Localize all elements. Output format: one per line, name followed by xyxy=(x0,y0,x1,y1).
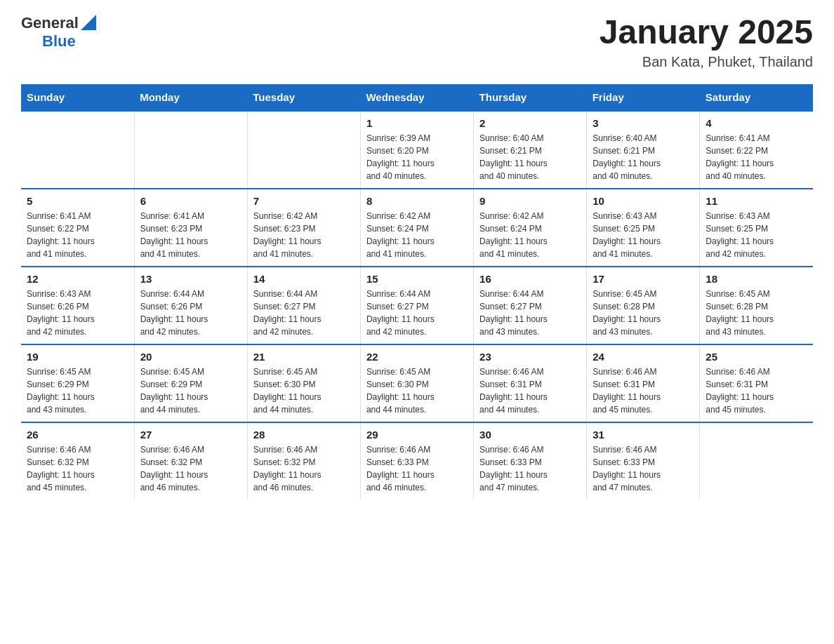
day-info: Sunrise: 6:45 AMSunset: 6:28 PMDaylight:… xyxy=(706,288,807,338)
day-number: 12 xyxy=(27,273,128,285)
day-number: 30 xyxy=(479,429,581,441)
col-header-saturday: Saturday xyxy=(700,84,813,111)
day-number: 22 xyxy=(366,351,468,363)
day-info: Sunrise: 6:46 AMSunset: 6:32 PMDaylight:… xyxy=(140,443,241,494)
calendar-cell: 8Sunrise: 6:42 AMSunset: 6:24 PMDaylight… xyxy=(360,189,473,267)
day-number: 1 xyxy=(366,117,468,129)
day-number: 19 xyxy=(27,351,128,363)
day-info: Sunrise: 6:45 AMSunset: 6:28 PMDaylight:… xyxy=(593,288,694,338)
calendar-cell: 9Sunrise: 6:42 AMSunset: 6:24 PMDaylight… xyxy=(474,189,587,267)
calendar-table: SundayMondayTuesdayWednesdayThursdayFrid… xyxy=(21,84,813,499)
day-info: Sunrise: 6:44 AMSunset: 6:26 PMDaylight:… xyxy=(140,288,241,338)
day-number: 20 xyxy=(140,351,241,363)
calendar-cell: 26Sunrise: 6:46 AMSunset: 6:32 PMDayligh… xyxy=(21,422,134,499)
calendar-cell: 31Sunrise: 6:46 AMSunset: 6:33 PMDayligh… xyxy=(587,422,700,499)
calendar-cell: 16Sunrise: 6:44 AMSunset: 6:27 PMDayligh… xyxy=(474,267,587,344)
calendar-cell: 1Sunrise: 6:39 AMSunset: 6:20 PMDaylight… xyxy=(360,111,473,189)
day-info: Sunrise: 6:45 AMSunset: 6:30 PMDaylight:… xyxy=(366,365,468,416)
calendar-subtitle: Ban Kata, Phuket, Thailand xyxy=(600,54,813,70)
day-number: 28 xyxy=(253,429,355,441)
day-info: Sunrise: 6:43 AMSunset: 6:25 PMDaylight:… xyxy=(706,210,807,260)
col-header-tuesday: Tuesday xyxy=(247,84,360,111)
calendar-cell: 7Sunrise: 6:42 AMSunset: 6:23 PMDaylight… xyxy=(247,189,360,267)
calendar-week-row: 1Sunrise: 6:39 AMSunset: 6:20 PMDaylight… xyxy=(21,111,813,189)
col-header-wednesday: Wednesday xyxy=(360,84,473,111)
day-info: Sunrise: 6:46 AMSunset: 6:31 PMDaylight:… xyxy=(593,365,694,416)
day-info: Sunrise: 6:46 AMSunset: 6:32 PMDaylight:… xyxy=(253,443,355,494)
day-info: Sunrise: 6:41 AMSunset: 6:22 PMDaylight:… xyxy=(706,132,807,182)
day-info: Sunrise: 6:45 AMSunset: 6:29 PMDaylight:… xyxy=(140,365,241,416)
day-number: 17 xyxy=(593,273,694,285)
calendar-cell: 10Sunrise: 6:43 AMSunset: 6:25 PMDayligh… xyxy=(587,189,700,267)
day-info: Sunrise: 6:43 AMSunset: 6:26 PMDaylight:… xyxy=(27,288,128,338)
day-number: 9 xyxy=(479,195,581,207)
day-info: Sunrise: 6:46 AMSunset: 6:31 PMDaylight:… xyxy=(706,365,807,416)
day-number: 15 xyxy=(366,273,468,285)
day-number: 4 xyxy=(706,117,807,129)
day-number: 13 xyxy=(140,273,241,285)
calendar-cell: 28Sunrise: 6:46 AMSunset: 6:32 PMDayligh… xyxy=(247,422,360,499)
logo: General Blue xyxy=(21,14,96,51)
calendar-cell: 13Sunrise: 6:44 AMSunset: 6:26 PMDayligh… xyxy=(134,267,247,344)
calendar-cell: 14Sunrise: 6:44 AMSunset: 6:27 PMDayligh… xyxy=(247,267,360,344)
col-header-thursday: Thursday xyxy=(474,84,587,111)
day-number: 27 xyxy=(140,429,241,441)
calendar-cell: 2Sunrise: 6:40 AMSunset: 6:21 PMDaylight… xyxy=(474,111,587,189)
calendar-cell xyxy=(134,111,247,189)
calendar-title: January 2025 xyxy=(600,14,813,51)
day-info: Sunrise: 6:46 AMSunset: 6:33 PMDaylight:… xyxy=(366,443,468,494)
day-info: Sunrise: 6:40 AMSunset: 6:21 PMDaylight:… xyxy=(593,132,694,182)
day-number: 31 xyxy=(593,429,694,441)
day-info: Sunrise: 6:41 AMSunset: 6:23 PMDaylight:… xyxy=(140,210,241,260)
day-info: Sunrise: 6:46 AMSunset: 6:31 PMDaylight:… xyxy=(479,365,581,416)
calendar-cell: 12Sunrise: 6:43 AMSunset: 6:26 PMDayligh… xyxy=(21,267,134,344)
day-number: 24 xyxy=(593,351,694,363)
calendar-cell: 19Sunrise: 6:45 AMSunset: 6:29 PMDayligh… xyxy=(21,344,134,422)
col-header-sunday: Sunday xyxy=(21,84,134,111)
day-number: 14 xyxy=(253,273,355,285)
day-info: Sunrise: 6:43 AMSunset: 6:25 PMDaylight:… xyxy=(593,210,694,260)
logo-blue-text: Blue xyxy=(42,32,76,51)
day-info: Sunrise: 6:46 AMSunset: 6:33 PMDaylight:… xyxy=(593,443,694,494)
day-number: 7 xyxy=(253,195,355,207)
day-info: Sunrise: 6:41 AMSunset: 6:22 PMDaylight:… xyxy=(27,210,128,260)
calendar-header-row: SundayMondayTuesdayWednesdayThursdayFrid… xyxy=(21,84,813,111)
day-number: 23 xyxy=(479,351,581,363)
day-info: Sunrise: 6:42 AMSunset: 6:23 PMDaylight:… xyxy=(253,210,355,260)
calendar-cell xyxy=(21,111,134,189)
day-info: Sunrise: 6:46 AMSunset: 6:32 PMDaylight:… xyxy=(27,443,128,494)
calendar-cell: 17Sunrise: 6:45 AMSunset: 6:28 PMDayligh… xyxy=(587,267,700,344)
day-info: Sunrise: 6:44 AMSunset: 6:27 PMDaylight:… xyxy=(479,288,581,338)
calendar-cell: 22Sunrise: 6:45 AMSunset: 6:30 PMDayligh… xyxy=(360,344,473,422)
calendar-cell: 18Sunrise: 6:45 AMSunset: 6:28 PMDayligh… xyxy=(700,267,813,344)
calendar-week-row: 12Sunrise: 6:43 AMSunset: 6:26 PMDayligh… xyxy=(21,267,813,344)
day-number: 11 xyxy=(706,195,807,207)
day-number: 2 xyxy=(479,117,581,129)
calendar-cell: 25Sunrise: 6:46 AMSunset: 6:31 PMDayligh… xyxy=(700,344,813,422)
day-info: Sunrise: 6:46 AMSunset: 6:33 PMDaylight:… xyxy=(479,443,581,494)
title-section: January 2025 Ban Kata, Phuket, Thailand xyxy=(600,14,813,70)
calendar-cell: 4Sunrise: 6:41 AMSunset: 6:22 PMDaylight… xyxy=(700,111,813,189)
calendar-week-row: 5Sunrise: 6:41 AMSunset: 6:22 PMDaylight… xyxy=(21,189,813,267)
calendar-cell: 23Sunrise: 6:46 AMSunset: 6:31 PMDayligh… xyxy=(474,344,587,422)
day-number: 25 xyxy=(706,351,807,363)
day-number: 21 xyxy=(253,351,355,363)
day-number: 8 xyxy=(366,195,468,207)
calendar-cell: 15Sunrise: 6:44 AMSunset: 6:27 PMDayligh… xyxy=(360,267,473,344)
calendar-cell xyxy=(700,422,813,499)
calendar-cell: 30Sunrise: 6:46 AMSunset: 6:33 PMDayligh… xyxy=(474,422,587,499)
day-number: 29 xyxy=(366,429,468,441)
calendar-week-row: 19Sunrise: 6:45 AMSunset: 6:29 PMDayligh… xyxy=(21,344,813,422)
calendar-cell: 11Sunrise: 6:43 AMSunset: 6:25 PMDayligh… xyxy=(700,189,813,267)
day-number: 6 xyxy=(140,195,241,207)
day-number: 16 xyxy=(479,273,581,285)
day-info: Sunrise: 6:42 AMSunset: 6:24 PMDaylight:… xyxy=(366,210,468,260)
day-info: Sunrise: 6:39 AMSunset: 6:20 PMDaylight:… xyxy=(366,132,468,182)
day-info: Sunrise: 6:40 AMSunset: 6:21 PMDaylight:… xyxy=(479,132,581,182)
day-number: 18 xyxy=(706,273,807,285)
page-header: General Blue January 2025 Ban Kata, Phuk… xyxy=(21,14,813,70)
svg-marker-0 xyxy=(81,15,96,30)
day-info: Sunrise: 6:44 AMSunset: 6:27 PMDaylight:… xyxy=(366,288,468,338)
calendar-cell: 5Sunrise: 6:41 AMSunset: 6:22 PMDaylight… xyxy=(21,189,134,267)
day-number: 10 xyxy=(593,195,694,207)
